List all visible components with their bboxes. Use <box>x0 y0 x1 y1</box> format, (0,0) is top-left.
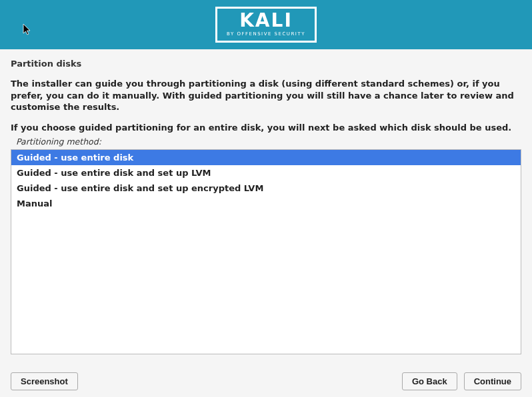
kali-logo: KALI BY OFFENSIVE SECURITY <box>215 7 317 43</box>
logo-tagline: BY OFFENSIVE SECURITY <box>227 31 305 37</box>
partition-option[interactable]: Manual <box>11 196 521 211</box>
installer-header: KALI BY OFFENSIVE SECURITY <box>0 0 532 49</box>
goback-button[interactable]: Go Back <box>402 372 457 390</box>
partitioning-method-list[interactable]: Guided - use entire diskGuided - use ent… <box>11 149 521 354</box>
content-area: The installer can guide you through part… <box>11 78 521 354</box>
screenshot-button[interactable]: Screenshot <box>11 372 78 390</box>
page-title: Partition disks <box>0 49 532 74</box>
continue-button[interactable]: Continue <box>464 372 521 390</box>
instruction-main: The installer can guide you through part… <box>11 78 521 113</box>
partition-option[interactable]: Guided - use entire disk and set up LVM <box>11 165 521 181</box>
partitioning-method-label: Partitioning method: <box>16 137 521 147</box>
partition-option[interactable]: Guided - use entire disk <box>11 150 521 165</box>
instruction-sub: If you choose guided partitioning for an… <box>11 123 521 133</box>
partition-option[interactable]: Guided - use entire disk and set up encr… <box>11 181 521 196</box>
logo-text: KALI <box>227 11 305 30</box>
footer-buttons: Screenshot Go Back Continue <box>11 372 521 390</box>
